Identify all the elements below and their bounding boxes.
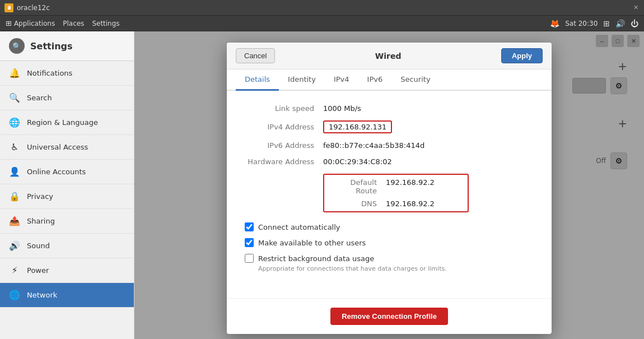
modal-footer: Remove Connection Profile (227, 298, 552, 334)
hardware-address-row: Hardware Address 00:0C:29:34:C8:02 (245, 157, 534, 166)
firefox-icon[interactable]: 🦊 (550, 19, 559, 28)
titlebar-title: oracle12c (17, 4, 628, 12)
wired-dialog: Cancel Wired Apply Details Identity IPv4… (227, 43, 552, 334)
power-icon: ⚡ (9, 265, 20, 276)
ipv4-address-row: IPv4 Address 192.168.92.131 (245, 120, 534, 133)
restrict-bg-row: Restrict background data usage (245, 254, 534, 263)
systembar-right: 🦊 Sat 20:30 ⊞ 🔊 ⏻ (550, 19, 638, 28)
sidebar-item-network[interactable]: 🌐 Network (0, 283, 134, 308)
sidebar-item-search[interactable]: 🔍 Search (0, 86, 134, 110)
modal-tabs: Details Identity IPv4 IPv6 Security (227, 69, 552, 91)
default-route-value: 192.168.92.2 (386, 178, 435, 187)
sidebar-item-power[interactable]: ⚡ Power (0, 258, 134, 283)
notifications-icon: 🔔 (9, 68, 20, 78)
sidebar-item-label: Notifications (27, 69, 72, 77)
online-accounts-icon: 👤 (9, 166, 20, 177)
tab-security[interactable]: Security (391, 69, 439, 91)
network-icon[interactable]: ⊞ (603, 19, 610, 28)
systembar-left: ⊞ Applications Places Settings (6, 19, 541, 27)
apply-button[interactable]: Apply (501, 48, 543, 63)
route-dns-group: Default Route 192.168.92.2 DNS 192.168.9… (323, 174, 469, 212)
titlebar: 🖥 oracle12c ✕ (0, 0, 644, 16)
cancel-button[interactable]: Cancel (236, 48, 275, 63)
sidebar-search-icon: 🔍 (9, 38, 25, 54)
ipv4-address-label: IPv4 Address (245, 123, 323, 131)
link-speed-value: 1000 Mb/s (323, 104, 361, 113)
tab-identity[interactable]: Identity (279, 69, 325, 91)
content-area: – □ ✕ + ⚙ + Off ⚙ (134, 31, 644, 339)
sidebar-item-label: Universal Access (27, 143, 88, 151)
sidebar-item-label: Sharing (27, 217, 55, 225)
modal-title: Wired (279, 52, 496, 61)
restrict-bg-sublabel: Appropriate for connections that have da… (258, 265, 534, 272)
hardware-address-label: Hardware Address (245, 157, 323, 166)
link-speed-row: Link speed 1000 Mb/s (245, 104, 534, 113)
default-route-label: Default Route (330, 178, 386, 195)
sidebar-item-online-accounts[interactable]: 👤 Online Accounts (0, 160, 134, 184)
sidebar-item-label: Online Accounts (27, 168, 86, 176)
ipv4-address-highlight: 192.168.92.131 (323, 120, 392, 133)
modal-overlay: Cancel Wired Apply Details Identity IPv4… (134, 31, 644, 339)
tab-ipv4[interactable]: IPv4 (325, 69, 358, 91)
make-available-label[interactable]: Make available to other users (258, 239, 366, 247)
system-time: Sat 20:30 (565, 20, 598, 27)
connect-auto-checkbox[interactable] (245, 222, 254, 231)
universal-access-icon: ♿ (9, 142, 20, 152)
connect-auto-label[interactable]: Connect automatically (258, 223, 340, 231)
app-icon: 🖥 (4, 3, 13, 12)
system-bar: ⊞ Applications Places Settings 🦊 Sat 20:… (0, 16, 644, 31)
modal-header: Cancel Wired Apply (227, 43, 552, 69)
sidebar-item-region[interactable]: 🌐 Region & Language (0, 110, 134, 135)
sidebar-item-label: Sound (27, 242, 50, 250)
sidebar-item-sharing[interactable]: 📤 Sharing (0, 209, 134, 234)
volume-icon[interactable]: 🔊 (615, 19, 625, 28)
remove-connection-button[interactable]: Remove Connection Profile (330, 308, 448, 325)
search-icon: 🔍 (9, 92, 20, 103)
modal-body: Link speed 1000 Mb/s IPv4 Address 192.16… (227, 91, 552, 298)
restrict-bg-label[interactable]: Restrict background data usage (258, 254, 374, 263)
link-speed-label: Link speed (245, 104, 323, 113)
tab-close-button[interactable]: ✕ (632, 4, 640, 12)
make-available-row: Make available to other users (245, 238, 534, 247)
sidebar-item-universal-access[interactable]: ♿ Universal Access (0, 135, 134, 160)
applications-menu[interactable]: ⊞ Applications (6, 19, 55, 27)
sound-icon: 🔊 (9, 240, 20, 251)
sidebar-item-label: Network (27, 291, 57, 299)
sidebar-item-label: Search (27, 94, 52, 102)
main-window: 🔍 Settings 🔔 Notifications 🔍 Search 🌐 Re… (0, 31, 644, 339)
places-menu[interactable]: Places (63, 20, 84, 27)
ipv4-address-value: 192.168.92.131 (329, 123, 386, 131)
tab-ipv6[interactable]: IPv6 (358, 69, 392, 91)
sharing-icon: 📤 (9, 216, 20, 226)
sidebar-header: 🔍 Settings (0, 31, 134, 61)
sidebar-item-sound[interactable]: 🔊 Sound (0, 234, 134, 258)
ipv6-address-value: fe80::b77e:c4aa:5b38:414d (323, 141, 424, 150)
connect-auto-row: Connect automatically (245, 222, 534, 231)
ipv6-address-label: IPv6 Address (245, 141, 323, 150)
settings-menu[interactable]: Settings (92, 20, 119, 27)
region-icon: 🌐 (9, 117, 20, 128)
dns-value: 192.168.92.2 (386, 199, 435, 208)
hardware-address-value: 00:0C:29:34:C8:02 (323, 157, 392, 166)
tab-details[interactable]: Details (236, 69, 279, 91)
network-icon: 🌐 (9, 290, 20, 300)
ipv6-address-row: IPv6 Address fe80::b77e:c4aa:5b38:414d (245, 141, 534, 150)
restrict-bg-checkbox[interactable] (245, 254, 254, 263)
sidebar-item-privacy[interactable]: 🔒 Privacy (0, 184, 134, 209)
sidebar-title: Settings (30, 41, 73, 52)
sidebar: 🔍 Settings 🔔 Notifications 🔍 Search 🌐 Re… (0, 31, 134, 339)
dns-label: DNS (330, 199, 386, 208)
sidebar-item-label: Region & Language (27, 118, 98, 127)
make-available-checkbox[interactable] (245, 238, 254, 247)
power-icon[interactable]: ⏻ (631, 19, 638, 28)
sidebar-item-label: Power (27, 266, 49, 275)
sidebar-item-notifications[interactable]: 🔔 Notifications (0, 61, 134, 86)
sidebar-item-label: Privacy (27, 192, 53, 201)
privacy-icon: 🔒 (9, 191, 20, 202)
